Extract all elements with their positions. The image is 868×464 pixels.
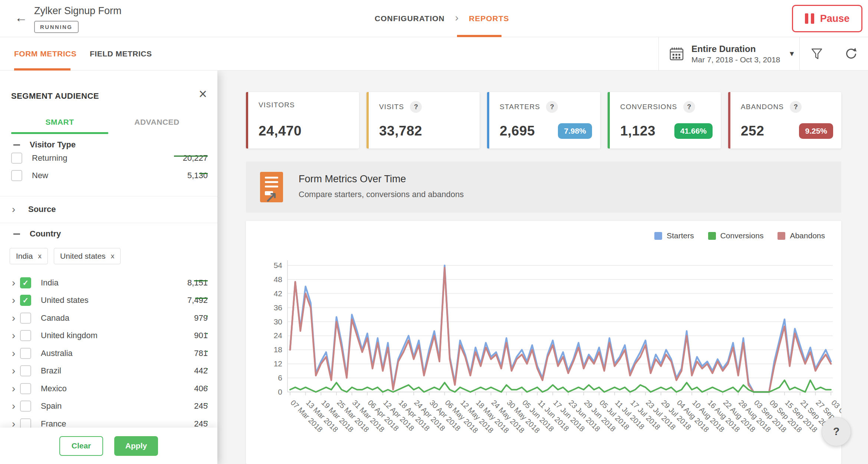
checkbox-australia[interactable] — [20, 348, 31, 359]
checkbox-new[interactable] — [11, 170, 22, 181]
card-label: STARTERS — [500, 103, 540, 111]
segment-row: ›Spain245 — [0, 398, 217, 415]
checkbox-united-states[interactable]: ✓ — [20, 295, 31, 306]
legend-item-conversions[interactable]: Conversions — [708, 231, 764, 240]
tab-field-metrics[interactable]: FIELD METRICS — [90, 37, 152, 71]
expand-chevron-icon[interactable]: › — [12, 401, 20, 411]
row-value: 245 — [194, 419, 208, 428]
expand-chevron-icon: › — [12, 204, 20, 215]
card-accent-bar — [487, 92, 489, 148]
banner-title: Form Metrics Over Time — [299, 173, 406, 185]
form-title: Zylker Signup Form — [34, 5, 122, 17]
card-percentage-badge: 9.25% — [799, 123, 833, 139]
country-rows: ›✓India8,151›✓United states7,492›Canada9… — [0, 274, 217, 433]
row-value-block: 781 — [163, 349, 208, 358]
metric-card-conversions: CONVERSIONS?1,12341.66% — [608, 92, 721, 148]
country-chips: IndiaxUnited statesx — [10, 248, 121, 264]
expand-chevron-icon[interactable]: › — [12, 295, 20, 305]
expand-chevron-icon[interactable]: › — [12, 330, 20, 341]
help-icon[interactable]: ? — [410, 101, 422, 113]
expand-chevron-icon[interactable]: › — [12, 348, 20, 359]
row-value-bar-fill — [207, 368, 208, 369]
chip-remove-icon[interactable]: x — [38, 252, 42, 260]
breadcrumb-reports[interactable]: REPORTS — [469, 14, 509, 23]
refresh-icon[interactable] — [842, 45, 860, 63]
row-value-block: 8,151 — [163, 278, 208, 288]
date-range-selector[interactable]: Entire Duration Mar 7, 2018 - Oct 3, 201… — [658, 37, 799, 71]
card-label: ABANDONS — [741, 103, 784, 111]
checkbox-canada[interactable] — [20, 313, 31, 324]
metric-card-visits: VISITS?33,782 — [366, 92, 480, 148]
metrics-tabbar: FORM METRICS FIELD METRICS Entire Durati… — [0, 37, 868, 71]
tab-form-metrics[interactable]: FORM METRICS — [14, 37, 76, 71]
checkbox-united-kingdom[interactable] — [20, 330, 31, 341]
card-value: 1,123 — [620, 123, 655, 139]
filter-icon[interactable] — [808, 45, 826, 63]
expand-chevron-icon[interactable]: › — [12, 313, 20, 323]
svg-text:54: 54 — [274, 261, 283, 269]
segment-row: New5,130 — [0, 167, 217, 185]
legend-swatch — [708, 232, 716, 240]
svg-text:30: 30 — [274, 317, 282, 326]
row-value: 979 — [194, 313, 208, 323]
card-value: 2,695 — [500, 123, 535, 139]
help-icon[interactable]: ? — [683, 101, 695, 113]
card-accent-bar — [608, 92, 610, 148]
pause-button-label: Pause — [820, 13, 850, 24]
help-button[interactable]: ? — [822, 417, 851, 446]
legend-item-starters[interactable]: Starters — [654, 231, 694, 240]
tab-smart[interactable]: SMART — [11, 114, 108, 131]
breadcrumb-configuration[interactable]: CONFIGURATION — [375, 14, 445, 23]
checkbox-spain[interactable] — [20, 401, 31, 412]
back-arrow-icon[interactable]: ← — [15, 10, 27, 25]
help-icon[interactable]: ? — [790, 101, 802, 113]
svg-text:6: 6 — [278, 373, 282, 382]
svg-text:18: 18 — [274, 345, 282, 354]
segment-row: ›Australia781 — [0, 344, 217, 362]
svg-text:42: 42 — [274, 289, 282, 298]
checkbox-brazil[interactable] — [20, 365, 31, 376]
section-visitor-type-label: Visitor Type — [30, 140, 76, 150]
card-head: ABANDONS? — [741, 101, 802, 113]
date-range-dates: Mar 7, 2018 - Oct 3, 2018 — [691, 55, 780, 64]
row-label: New — [32, 171, 48, 180]
filter-chip-india[interactable]: Indiax — [10, 248, 48, 264]
checkbox-returning[interactable] — [11, 153, 22, 164]
legend-item-abandons[interactable]: Abandons — [777, 231, 825, 240]
filter-chip-united-states[interactable]: United statesx — [54, 248, 121, 264]
close-icon[interactable]: × — [199, 87, 207, 101]
row-value-bar-fill — [207, 403, 208, 405]
row-value-bar-fill — [207, 386, 208, 387]
expand-chevron-icon[interactable]: › — [12, 278, 20, 288]
expand-chevron-icon[interactable]: › — [12, 366, 20, 376]
section-country-label: Country — [30, 229, 61, 239]
chip-remove-icon[interactable]: x — [111, 252, 115, 260]
calendar-icon — [668, 46, 685, 62]
help-icon[interactable]: ? — [546, 101, 558, 113]
segment-panel-footer: Clear Apply — [0, 428, 217, 464]
apply-button[interactable]: Apply — [114, 436, 158, 456]
expand-chevron-icon[interactable]: › — [12, 383, 20, 394]
card-head: CONVERSIONS? — [620, 101, 695, 113]
pause-button[interactable]: Pause — [792, 5, 862, 32]
section-country[interactable]: Country — [0, 226, 217, 242]
legend-swatch — [654, 232, 662, 240]
breadcrumb-chevron-icon: › — [455, 12, 458, 24]
card-label: CONVERSIONS — [620, 103, 677, 111]
visitor-type-rows: Returning20,227New5,130 — [0, 149, 217, 184]
collapse-icon — [13, 233, 20, 235]
tab-advanced[interactable]: ADVANCED — [108, 114, 206, 131]
clear-button[interactable]: Clear — [59, 436, 103, 456]
reports-active-underline — [457, 35, 502, 37]
checkbox-mexico[interactable] — [20, 383, 31, 394]
row-label: Brazil — [41, 366, 61, 376]
report-document-icon: ↗ — [260, 172, 283, 202]
legend-label: Abandons — [790, 231, 825, 240]
section-source[interactable]: › Source — [0, 201, 217, 218]
checkbox-india[interactable]: ✓ — [20, 277, 31, 288]
card-accent-bar — [366, 92, 369, 148]
section-source-label: Source — [28, 205, 56, 214]
segment-row: ›✓United states7,492 — [0, 292, 217, 310]
row-value: 7,492 — [187, 295, 208, 305]
row-label: Canada — [41, 313, 69, 323]
